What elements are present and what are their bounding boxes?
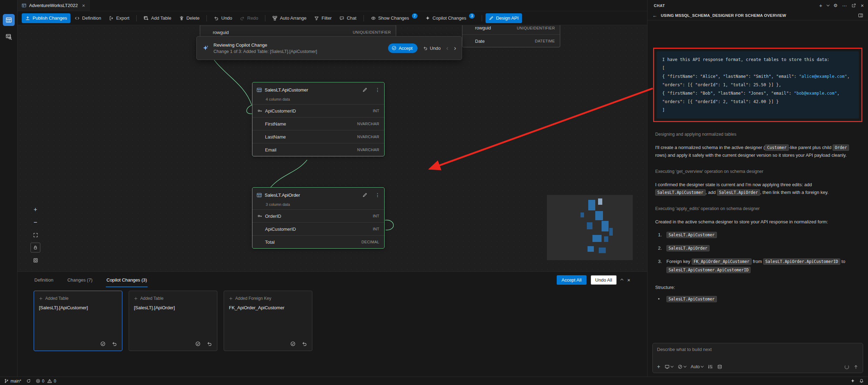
- table-node-apicustomer[interactable]: SalesLT.ApiCustomer ⋮ 4 column data ApiC…: [252, 82, 385, 156]
- gear-icon[interactable]: ⚙: [834, 3, 838, 8]
- redo-button[interactable]: Redo: [236, 13, 262, 23]
- filter-button[interactable]: Filter: [311, 13, 335, 23]
- chat-bubble-icon: [339, 16, 344, 21]
- redo-icon: [240, 16, 245, 21]
- visibility-picker[interactable]: [678, 364, 686, 369]
- model-picker[interactable]: Auto: [691, 364, 703, 369]
- column-type: NVARCHAR: [357, 122, 379, 126]
- activity-bar: [0, 0, 18, 377]
- fit-view-icon[interactable]: [30, 230, 40, 240]
- undo-change-icon[interactable]: [112, 341, 117, 346]
- accept-change-icon[interactable]: [290, 341, 296, 346]
- zoom-in-button[interactable]: +: [30, 205, 40, 215]
- copilot-sparkle-icon: [202, 45, 209, 51]
- send-button[interactable]: [853, 364, 859, 370]
- collapse-panel-icon[interactable]: [621, 279, 623, 281]
- reset-layout-icon[interactable]: [30, 255, 40, 265]
- add-table-button[interactable]: Add Table: [140, 13, 175, 23]
- sync-status[interactable]: [26, 379, 31, 383]
- tab-adventureworks[interactable]: AdventureWorksLT2022 ×: [18, 0, 90, 11]
- accept-button[interactable]: Accept: [388, 43, 418, 53]
- next-change-icon[interactable]: ›: [454, 45, 456, 51]
- panel-layout-icon[interactable]: [858, 13, 863, 18]
- device-picker[interactable]: [665, 364, 673, 369]
- back-icon[interactable]: ←: [652, 13, 657, 18]
- auto-arrange-button[interactable]: Auto Arrange: [269, 13, 310, 23]
- undo-icon: [214, 16, 219, 21]
- undo-change-icon[interactable]: [302, 341, 307, 346]
- copilot-changes-button[interactable]: Copilot Changes 3: [422, 13, 478, 23]
- chevron-down-icon[interactable]: [826, 3, 829, 6]
- table-row[interactable]: Date DATETIME: [462, 34, 560, 47]
- table-menu-icon[interactable]: ⋮: [375, 192, 380, 198]
- partial-table-right[interactable]: rowguid UNIQUEIDENTIFIER Date DATETIME: [462, 25, 560, 47]
- table-row[interactable]: ApiCustomerID INT: [252, 104, 384, 117]
- table-row[interactable]: LastName NVARCHAR: [252, 130, 384, 143]
- undo-all-button[interactable]: Undo All: [591, 275, 617, 285]
- change-card-apicustomer[interactable]: Added Table [SalesLT].[ApiCustomer]: [34, 291, 122, 351]
- table-node-apiorder[interactable]: SalesLT.ApiOrder ⋮ 3 column data OrderID…: [252, 187, 385, 249]
- new-chat-icon[interactable]: +: [819, 2, 822, 8]
- export-button[interactable]: Export: [106, 13, 133, 23]
- chat-button[interactable]: Chat: [336, 13, 360, 23]
- tab-copilot-changes[interactable]: Copilot Changes (3): [106, 272, 148, 287]
- schema-canvas[interactable]: rowguid UNIQUEIDENTIFIER rowguid UNIQUEI…: [18, 25, 647, 271]
- edit-table-icon[interactable]: [362, 192, 367, 197]
- tools-icon[interactable]: [708, 364, 713, 369]
- table-row[interactable]: FirstName NVARCHAR: [252, 117, 384, 130]
- table-row[interactable]: OrderID INT: [252, 209, 384, 222]
- inline-code: SalesLT.ApiOrder: [717, 189, 760, 196]
- show-changes-button[interactable]: Show Changes 7: [367, 13, 421, 23]
- tab-definition[interactable]: Definition: [34, 272, 54, 287]
- accept-change-icon[interactable]: [195, 341, 201, 346]
- design-api-button[interactable]: Design API: [486, 13, 522, 23]
- accept-all-button[interactable]: Accept All: [557, 275, 586, 285]
- accept-change-icon[interactable]: [100, 341, 106, 346]
- open-in-editor-icon[interactable]: [852, 3, 856, 8]
- undo-change-icon[interactable]: [207, 341, 212, 346]
- inline-code: Customer: [765, 144, 788, 151]
- change-card-apiorder[interactable]: Added Table [SalesLT].[ApiOrder]: [129, 291, 217, 351]
- add-context-icon[interactable]: +: [657, 364, 660, 370]
- close-chat-icon[interactable]: ×: [861, 2, 864, 8]
- column-name: Date: [475, 39, 484, 44]
- delete-button[interactable]: Delete: [176, 13, 203, 23]
- tab-changes[interactable]: Changes (7): [67, 272, 93, 287]
- previous-change-icon[interactable]: ‹: [446, 45, 448, 51]
- plus-icon: [39, 297, 43, 300]
- problems-status[interactable]: 0 0: [36, 379, 56, 384]
- edit-table-icon[interactable]: [362, 87, 367, 92]
- column-name: LastName: [265, 134, 286, 140]
- annotation-rectangle: I have this API response format, create …: [653, 48, 862, 122]
- undo-change-button[interactable]: Undo: [423, 46, 441, 51]
- change-name: [SalesLT].[ApiOrder]: [134, 305, 212, 310]
- email-link[interactable]: "bob@example.com": [794, 91, 837, 96]
- undo-button[interactable]: Undo: [210, 13, 236, 23]
- change-card-foreignkey[interactable]: Added Foreign Key FK_ApiOrder_ApiCustome…: [224, 291, 312, 351]
- table-title: SalesLT.ApiOrder: [265, 192, 300, 198]
- table-row[interactable]: ApiCustomerID INT: [252, 222, 384, 235]
- column-name: ApiCustomerID: [265, 227, 296, 232]
- chat-input-box[interactable]: Describe what to build next + Auto: [652, 343, 863, 373]
- email-link[interactable]: "alice@example.com": [799, 74, 847, 79]
- tab-close-icon[interactable]: ×: [82, 2, 85, 8]
- definition-button[interactable]: Definition: [71, 13, 104, 23]
- table-row[interactable]: rowguid UNIQUEIDENTIFIER: [462, 25, 560, 34]
- publish-changes-button[interactable]: Publish Changes: [22, 13, 70, 23]
- schema-search-icon[interactable]: [3, 31, 15, 43]
- branch-status[interactable]: main*: [4, 379, 21, 384]
- copilot-status-icon[interactable]: [850, 379, 855, 383]
- bell-icon[interactable]: [859, 379, 864, 383]
- table-menu-icon[interactable]: ⋮: [375, 87, 380, 93]
- schema-designer-icon[interactable]: [3, 14, 15, 26]
- data-sources-icon[interactable]: [717, 364, 722, 369]
- chat-input-toolbar: + Auto: [657, 364, 859, 370]
- zoom-out-button[interactable]: −: [30, 217, 40, 227]
- minimap[interactable]: [547, 195, 633, 260]
- progress-status: Executing 'get_overview' operation on sc…: [655, 169, 860, 174]
- close-panel-icon[interactable]: ×: [627, 277, 630, 283]
- table-row[interactable]: Email NVARCHAR: [252, 143, 384, 156]
- table-row[interactable]: Total DECIMAL: [252, 235, 384, 248]
- lock-icon[interactable]: [30, 243, 40, 252]
- more-actions-icon[interactable]: ⋯: [842, 3, 847, 8]
